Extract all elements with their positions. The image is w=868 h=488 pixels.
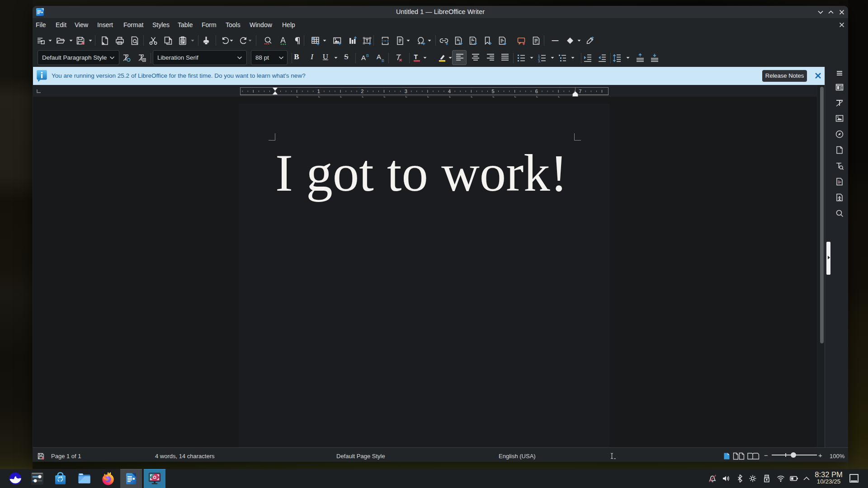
svg-text:3: 3 (405, 89, 407, 94)
svg-text:4: 4 (448, 89, 451, 94)
svg-text:1: 1 (317, 89, 320, 94)
svg-text:A: A (377, 53, 381, 61)
svg-text:B: B (382, 58, 384, 63)
svg-text:T: T (414, 53, 418, 61)
svg-text:5: 5 (491, 89, 494, 94)
svg-text:2: 2 (361, 89, 363, 94)
svg-text:1: 1 (458, 41, 461, 45)
svg-text:7: 7 (579, 89, 581, 94)
svg-text:3.: 3. (538, 59, 541, 63)
svg-text:A: A (361, 54, 366, 61)
svg-text:6: 6 (535, 89, 538, 94)
svg-text:B: B (366, 53, 369, 58)
svg-text:i: i (471, 41, 472, 45)
